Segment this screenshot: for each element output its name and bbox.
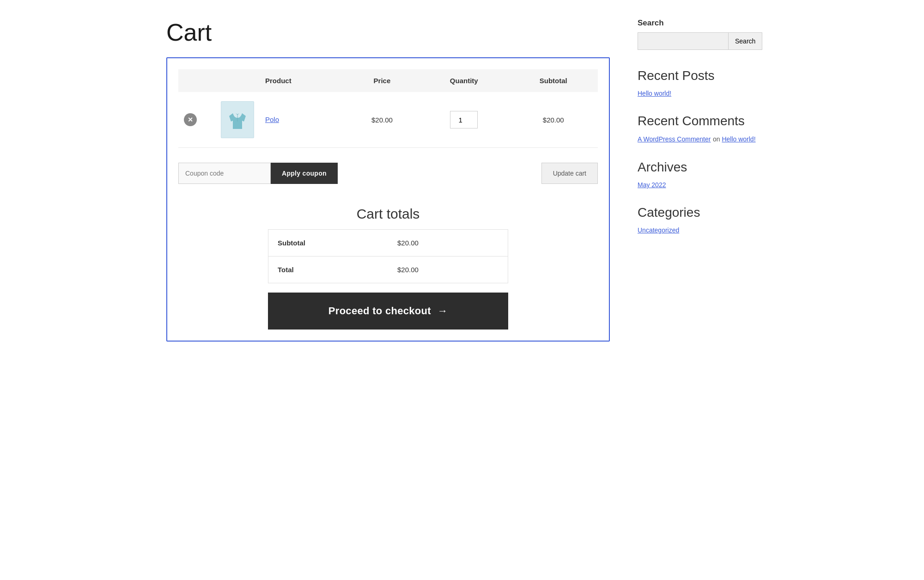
- subtotal-row: Subtotal $20.00: [268, 230, 508, 256]
- archives-title: Archives: [638, 160, 758, 175]
- search-row: Search: [638, 32, 758, 50]
- commenter-link[interactable]: A WordPress Commenter: [638, 135, 711, 143]
- col-remove: [178, 69, 215, 92]
- total-row: Total $20.00: [268, 256, 508, 283]
- totals-table: Subtotal $20.00 Total $20.00: [268, 229, 508, 283]
- recent-comments-title: Recent Comments: [638, 114, 758, 128]
- archives-section: Archives May 2022: [638, 160, 758, 189]
- cart-totals: Cart totals Subtotal $20.00 Total $20.00: [268, 206, 508, 330]
- sidebar: Search Search Recent Posts Hello world! …: [638, 18, 758, 342]
- subtotal-label: Subtotal: [268, 230, 389, 256]
- page-title: Cart: [166, 18, 610, 46]
- arrow-icon: →: [438, 305, 448, 317]
- category-link-1[interactable]: Uncategorized: [638, 226, 758, 234]
- subtotal-cell: $20.00: [509, 92, 598, 148]
- product-name-cell: Polo: [260, 92, 345, 148]
- recent-posts-title: Recent Posts: [638, 68, 758, 83]
- product-thumbnail: .shirt-color{fill:#7bbfcc;}: [221, 101, 254, 138]
- remove-item-button[interactable]: ✕: [184, 113, 197, 126]
- categories-title: Categories: [638, 205, 758, 220]
- coupon-row: Apply coupon Update cart: [178, 159, 598, 188]
- total-label: Total: [268, 256, 389, 283]
- archive-link-1[interactable]: May 2022: [638, 181, 758, 189]
- cart-table: Product Price Quantity Subtotal ✕: [178, 69, 598, 148]
- coupon-left: Apply coupon: [178, 163, 338, 184]
- on-text: on: [713, 135, 720, 143]
- recent-posts-section: Recent Posts Hello world!: [638, 68, 758, 97]
- sidebar-search-section: Search Search: [638, 18, 758, 50]
- checkout-label: Proceed to checkout: [328, 305, 431, 317]
- checkout-button[interactable]: Proceed to checkout →: [268, 293, 508, 330]
- total-value: $20.00: [388, 256, 508, 283]
- recent-post-link-1[interactable]: Hello world!: [638, 90, 758, 97]
- main-content: Cart Product Price Quantity Subtotal: [166, 18, 610, 342]
- col-product: Product: [260, 69, 345, 92]
- coupon-input[interactable]: [178, 163, 271, 184]
- cart-container: Product Price Quantity Subtotal ✕: [166, 57, 610, 342]
- subtotal-value: $20.00: [388, 230, 508, 256]
- comment-entry: A WordPress Commenter on Hello world!: [638, 135, 758, 143]
- apply-coupon-button[interactable]: Apply coupon: [271, 163, 338, 184]
- table-row: ✕ .shirt-color{fill:#7bbfcc;}: [178, 92, 598, 148]
- quantity-cell: [419, 92, 509, 148]
- col-quantity: Quantity: [419, 69, 509, 92]
- col-subtotal: Subtotal: [509, 69, 598, 92]
- col-image: [215, 69, 260, 92]
- price-cell: $20.00: [345, 92, 419, 148]
- commented-post-link[interactable]: Hello world!: [722, 135, 755, 143]
- categories-section: Categories Uncategorized: [638, 205, 758, 234]
- product-image-cell: .shirt-color{fill:#7bbfcc;}: [215, 92, 260, 148]
- search-input[interactable]: [638, 32, 729, 50]
- update-cart-button[interactable]: Update cart: [541, 163, 598, 184]
- product-link[interactable]: Polo: [265, 116, 279, 123]
- recent-comments-section: Recent Comments A WordPress Commenter on…: [638, 114, 758, 143]
- quantity-input[interactable]: [450, 111, 478, 128]
- col-price: Price: [345, 69, 419, 92]
- cart-totals-title: Cart totals: [268, 206, 508, 222]
- search-button[interactable]: Search: [729, 32, 762, 50]
- polo-shirt-icon: .shirt-color{fill:#7bbfcc;}: [225, 108, 249, 132]
- remove-cell: ✕: [178, 92, 215, 148]
- search-label: Search: [638, 18, 758, 28]
